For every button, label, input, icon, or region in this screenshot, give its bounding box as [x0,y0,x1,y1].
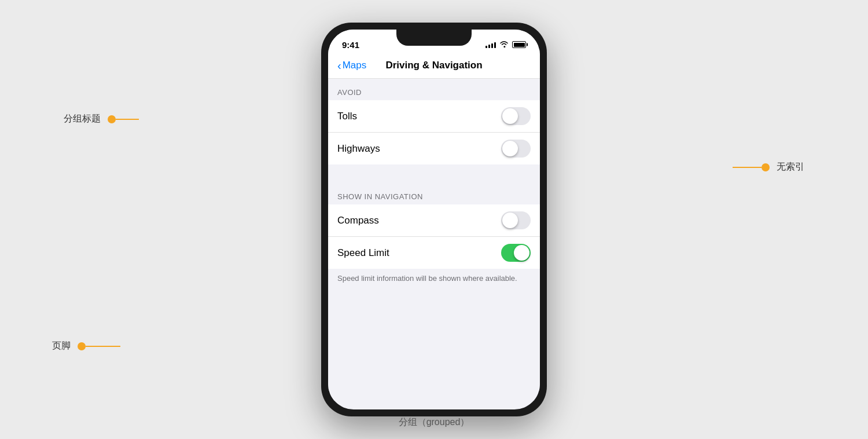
row-tolls: Tolls [328,100,540,133]
nav-bar: ‹ Maps Driving & Navigation [328,55,540,79]
row-speed-limit: Speed Limit [328,237,540,269]
row-highways-label: Highways [337,143,380,155]
section-avoid: AVOID Tolls Highways [328,79,540,164]
annotation-footer: 页脚 [52,340,120,352]
section-rows-show-in-nav: Compass Speed Limit [328,204,540,269]
annotation-no-index-line [733,167,762,168]
toggle-highways[interactable] [501,140,531,158]
status-icons [486,41,526,49]
row-highways: Highways [328,133,540,164]
toggle-highways-thumb [502,141,518,156]
toggle-tolls-thumb [502,108,518,124]
notch [396,30,472,46]
section-show-in-nav: SHOW IN NAVIGATION Compass Speed Limit [328,183,540,293]
annotation-group-title-label: 分组标题 [64,113,101,125]
section-header-show-in-nav: SHOW IN NAVIGATION [328,183,540,204]
row-compass: Compass [328,204,540,237]
annotation-no-index: 无索引 [733,161,804,173]
row-tolls-label: Tolls [337,111,357,122]
scene: 9:41 [0,0,868,439]
signal-bars-icon [486,41,496,48]
row-speed-limit-label: Speed Limit [337,247,389,259]
annotation-footer-line [86,346,120,347]
signal-bar-3 [491,43,493,48]
annotation-group-title-dot [108,115,116,123]
toggle-speed-limit[interactable] [501,244,531,262]
annotation-footer-label: 页脚 [52,340,71,352]
back-button[interactable]: ‹ Maps [337,59,366,72]
battery-fill [514,43,525,47]
back-label: Maps [343,60,367,71]
battery-icon [512,41,526,48]
toggle-tolls[interactable] [501,107,531,125]
section-header-avoid: AVOID [328,79,540,100]
status-time: 9:41 [342,40,359,50]
section-footer-speed-limit: Speed limit information will be shown wh… [328,269,540,293]
signal-bar-1 [486,46,487,48]
signal-bar-2 [488,45,490,48]
annotation-no-index-dot [762,163,770,171]
toggle-compass[interactable] [501,211,531,229]
phone-screen: 9:41 [328,30,540,409]
toggle-compass-thumb [502,213,518,228]
annotation-no-index-label: 无索引 [777,161,804,173]
section-rows-avoid: Tolls Highways [328,100,540,164]
wifi-icon [499,41,509,49]
phone-frame: 9:41 [321,23,547,416]
signal-bar-4 [494,42,496,48]
annotation-group-title-line [116,119,139,120]
bottom-grouped-label: 分组（grouped） [399,416,470,429]
row-compass-label: Compass [337,215,379,226]
spacer-1 [328,164,540,183]
back-chevron-icon: ‹ [337,59,341,72]
toggle-speed-limit-thumb [514,245,529,261]
nav-title: Driving & Navigation [385,60,482,71]
annotation-group-title: 分组标题 [64,113,139,125]
settings-content: AVOID Tolls Highways [328,79,540,401]
annotation-footer-dot [78,342,86,350]
